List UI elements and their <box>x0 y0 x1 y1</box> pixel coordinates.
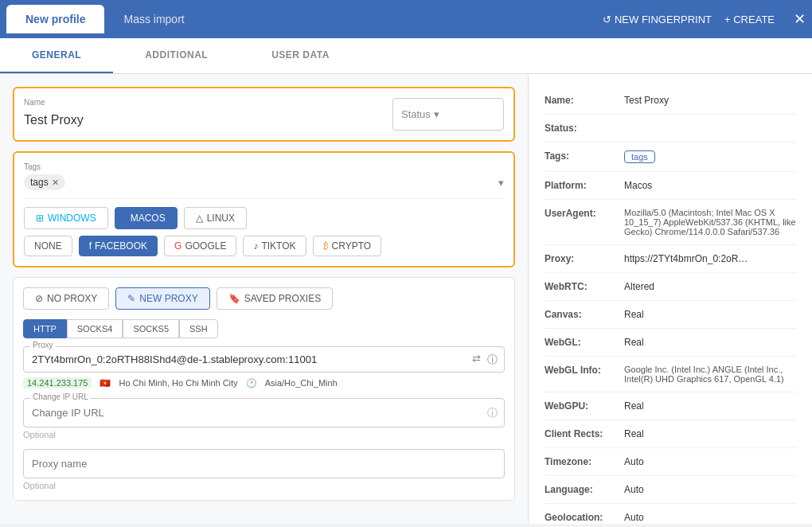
summary-webgl-row: WebGL: Real <box>545 329 796 357</box>
google-icon: G <box>174 240 182 252</box>
summary-webgpu-val: Real <box>624 400 796 412</box>
summary-canvas-key: Canvas: <box>545 309 624 320</box>
summary-name-row: Name: Test Proxy <box>545 87 796 115</box>
no-proxy-button[interactable]: ⊘ NO PROXY <box>23 287 109 310</box>
timezone-text: Asia/Ho_Chi_Minh <box>265 378 338 388</box>
summary-name-key: Name: <box>545 95 624 106</box>
tiktok-icon: ♪ <box>253 240 258 252</box>
flag-icon: 🇻🇳 <box>100 378 111 388</box>
location-text: Ho Chi Minh, Ho Chi Minh City <box>119 378 237 388</box>
preset-none-label: NONE <box>34 240 62 252</box>
summary-platform-row: Platform: Macos <box>545 172 796 200</box>
preset-none-button[interactable]: NONE <box>24 236 72 256</box>
platform-linux-button[interactable]: △ LINUX <box>184 207 247 229</box>
summary-name-val: Test Proxy <box>624 95 796 106</box>
proxy-name-input[interactable] <box>32 458 496 470</box>
summary-tags-badge: tags <box>624 150 655 163</box>
proxy-field-label: Proxy <box>30 341 56 349</box>
preset-facebook-button[interactable]: f FACEBOOK <box>79 236 158 256</box>
name-status-row: Name Status ▾ <box>24 98 504 131</box>
tag-remove-button[interactable]: ✕ <box>52 178 59 188</box>
change-ip-optional: Optional <box>23 430 505 439</box>
summary-geolocation-row: Geolocation: Auto <box>545 504 796 524</box>
summary-webglinfo-val: Google Inc. (Intel Inc.) ANGLE (Intel In… <box>624 365 796 384</box>
protocol-socks5-button[interactable]: SOCKS5 <box>123 319 179 338</box>
summary-webglinfo-row: WebGL Info: Google Inc. (Intel Inc.) ANG… <box>545 357 796 392</box>
protocol-socks4-button[interactable]: SOCKS4 <box>67 319 123 338</box>
preset-crypto-button[interactable]: ₿ CRYPTO <box>313 236 382 256</box>
bitcoin-icon: ₿ <box>323 240 329 252</box>
summary-timezone-key: Timezone: <box>545 456 624 467</box>
protocol-http-button[interactable]: HTTP <box>23 319 67 338</box>
saved-proxies-icon: 🔖 <box>228 293 240 304</box>
tags-dropdown-arrow[interactable]: ▾ <box>498 177 504 189</box>
name-field-wrapper: Name <box>24 98 385 131</box>
ip-badge: 14.241.233.175 <box>23 377 92 388</box>
summary-webrtc-row: WebRTC: Altered <box>545 273 796 301</box>
protocol-ssh-button[interactable]: SSH <box>179 319 218 338</box>
right-panel: Name: Test Proxy Status: Tags: tags Plat… <box>529 74 812 524</box>
summary-useragent-key: UserAgent: <box>545 208 624 236</box>
linux-icon: △ <box>196 213 203 224</box>
refresh-proxy-icon[interactable]: ⇄ <box>472 353 481 367</box>
windows-icon: ⊞ <box>36 213 44 224</box>
summary-webrtc-key: WebRTC: <box>545 281 624 292</box>
name-input[interactable] <box>24 110 183 131</box>
app-header: New profile Mass import ↺ NEW FINGERPRIN… <box>0 0 812 38</box>
summary-clientrects-row: Client Rects: Real <box>545 420 796 448</box>
proxy-type-row: ⊘ NO PROXY ✎ NEW PROXY 🔖 SAVED PROXIES <box>23 287 505 310</box>
summary-useragent-row: UserAgent: Mozilla/5.0 (Macintosh; Intel… <box>545 200 796 245</box>
tags-row: tags ✕ ▾ <box>24 174 504 190</box>
summary-status-row: Status: <box>545 115 796 142</box>
chevron-down-icon: ▾ <box>434 108 439 120</box>
tab-general[interactable]: GENERAL <box>0 38 113 73</box>
facebook-icon: f <box>89 240 92 252</box>
platform-windows-button[interactable]: ⊞ WINDOWS <box>24 207 108 229</box>
platform-windows-label: WINDOWS <box>48 213 96 224</box>
summary-platform-val: Macos <box>624 180 796 191</box>
platform-summary-text: Macos <box>624 180 652 191</box>
tab-user-data[interactable]: USER DATA <box>240 38 361 73</box>
tag-item: tags ✕ <box>24 174 65 190</box>
new-proxy-label: NEW PROXY <box>139 293 197 304</box>
status-dropdown[interactable]: Status ▾ <box>392 98 504 131</box>
preset-tiktok-label: TIKTOK <box>261 240 295 252</box>
presets-row: NONE f FACEBOOK G GOOGLE ♪ TIKTOK ₿ CRYP… <box>24 236 504 256</box>
summary-geolocation-key: Geolocation: <box>545 512 624 523</box>
proxy-info-icon[interactable]: ⓘ <box>487 353 498 367</box>
change-ip-label: Change IP URL <box>30 392 91 401</box>
summary-canvas-row: Canvas: Real <box>545 301 796 329</box>
tab-mass-import[interactable]: Mass import <box>104 5 203 33</box>
summary-tags-row: Tags: tags <box>545 142 796 172</box>
tab-additional[interactable]: ADDITIONAL <box>113 38 240 73</box>
new-fingerprint-button[interactable]: ↺ NEW FINGERPRINT <box>603 14 712 25</box>
platform-row: ⊞ WINDOWS MACOS △ LINUX <box>24 198 504 229</box>
subtab-bar: GENERAL ADDITIONAL USER DATA <box>0 38 812 74</box>
fingerprint-icon: ↺ <box>603 14 611 25</box>
summary-platform-key: Platform: <box>545 180 624 191</box>
preset-tiktok-button[interactable]: ♪ TIKTOK <box>243 236 306 256</box>
tag-label: tags <box>30 177 49 188</box>
summary-timezone-row: Timezone: Auto <box>545 448 796 476</box>
proxy-value[interactable]: 2TYt4bmrOn_0:2oRTH88IShd4@de-1.stablepro… <box>32 353 456 365</box>
tags-field-wrapper: Tags tags ✕ ▾ <box>24 162 504 190</box>
platform-linux-label: LINUX <box>207 213 235 224</box>
proxy-input-wrapper: Proxy 2TYt4bmrOn_0:2oRTH88IShd4@de-1.sta… <box>23 346 505 373</box>
proxy-section: ⊘ NO PROXY ✎ NEW PROXY 🔖 SAVED PROXIES H… <box>13 277 515 501</box>
tab-new-profile[interactable]: New profile <box>6 5 104 33</box>
change-ip-info-icon[interactable]: ⓘ <box>487 406 498 420</box>
saved-proxies-button[interactable]: 🔖 SAVED PROXIES <box>217 287 333 310</box>
create-button[interactable]: + CREATE <box>724 14 775 25</box>
platform-macos-label: MACOS <box>131 213 166 224</box>
summary-proxy-key: Proxy: <box>545 253 624 264</box>
change-ip-wrapper: Change IP URL ⓘ <box>23 398 505 427</box>
protocol-row: HTTP SOCKS4 SOCKS5 SSH <box>23 319 505 338</box>
close-button[interactable]: ✕ <box>794 10 806 28</box>
platform-macos-button[interactable]: MACOS <box>115 207 178 229</box>
change-ip-input[interactable] <box>32 407 496 419</box>
preset-google-button[interactable]: G GOOGLE <box>164 236 236 256</box>
new-proxy-button[interactable]: ✎ NEW PROXY <box>115 287 209 310</box>
summary-useragent-val: Mozilla/5.0 (Macintosh; Intel Mac OS X 1… <box>624 208 796 236</box>
no-proxy-icon: ⊘ <box>35 293 43 304</box>
summary-clientrects-val: Real <box>624 428 796 439</box>
